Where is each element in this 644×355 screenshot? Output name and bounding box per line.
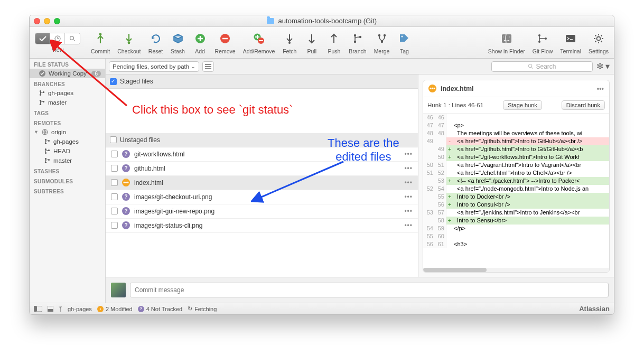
settings-gear-button[interactable]: ✻ ▾ bbox=[596, 61, 610, 71]
svg-point-37 bbox=[45, 162, 46, 163]
addremove-button[interactable]: Add/Remove bbox=[243, 31, 275, 54]
untracked-status-icon: ? bbox=[122, 207, 130, 215]
file-status-view-button[interactable] bbox=[35, 33, 50, 44]
terminal-button[interactable]: Terminal bbox=[560, 31, 581, 54]
file-menu-button[interactable]: ••• bbox=[404, 151, 413, 158]
toolbar-label: Add/Remove bbox=[243, 48, 275, 54]
statusbar: ᛉ gh-pages • 2 Modified ? 4 Not Tracked … bbox=[30, 303, 614, 314]
fetch-button[interactable]: Fetch bbox=[282, 31, 297, 54]
commit-button[interactable]: Commit bbox=[91, 31, 110, 54]
file-row[interactable]: ? images/git-checkout-uri.png ••• bbox=[106, 190, 418, 204]
file-checkbox[interactable] bbox=[111, 208, 118, 214]
merge-button[interactable]: Merge bbox=[374, 31, 390, 54]
file-menu-button[interactable]: ••• bbox=[404, 222, 413, 229]
file-row[interactable]: ? images/git-status-cli.png ••• bbox=[106, 219, 418, 233]
stage-hunk-button[interactable]: Stage hunk bbox=[503, 100, 542, 110]
list-mode-button[interactable] bbox=[202, 61, 214, 72]
file-checkbox[interactable] bbox=[111, 179, 118, 186]
file-checkbox[interactable] bbox=[111, 165, 118, 172]
file-name: index.html bbox=[134, 179, 163, 186]
search-view-button[interactable] bbox=[65, 33, 80, 44]
pull-button[interactable]: Pull bbox=[304, 31, 319, 54]
settings-button[interactable]: Settings bbox=[589, 31, 609, 54]
stash-icon bbox=[171, 31, 185, 46]
svg-point-26 bbox=[40, 100, 41, 101]
svg-point-17 bbox=[538, 34, 540, 36]
reset-icon bbox=[148, 31, 163, 46]
file-menu-button[interactable]: ••• bbox=[404, 165, 413, 172]
file-row[interactable]: ••• index.html ••• bbox=[106, 176, 418, 190]
svg-rect-41 bbox=[34, 306, 37, 312]
tag-button[interactable]: Tag bbox=[397, 31, 412, 54]
history-view-button[interactable] bbox=[50, 33, 65, 44]
diff-line[interactable]: 5254 <a href="./node-mongodb.html">Intro… bbox=[423, 185, 609, 193]
svg-rect-16 bbox=[502, 34, 511, 43]
modified-status-icon: ••• bbox=[428, 85, 436, 92]
search-input[interactable]: Search bbox=[491, 61, 593, 72]
toolbar-label: Tag bbox=[400, 48, 409, 54]
sidebar-item-remote-origin[interactable]: ▼ origin bbox=[30, 127, 105, 137]
sidebar-remote-branch-HEAD[interactable]: HEAD bbox=[30, 146, 105, 156]
remove-button[interactable]: Remove bbox=[215, 31, 236, 54]
unstaged-checkbox[interactable] bbox=[110, 136, 117, 143]
file-row[interactable]: ? images/git-gui-new-repo.png ••• bbox=[106, 204, 418, 219]
file-checkbox[interactable] bbox=[111, 222, 118, 229]
sidebar-branch-master[interactable]: master bbox=[30, 98, 105, 107]
file-menu-button[interactable]: ••• bbox=[404, 208, 413, 215]
merge-icon bbox=[375, 31, 389, 46]
diff-line[interactable]: 4848 The meetings will be overviews of t… bbox=[423, 129, 609, 137]
sidebar-branch-gh-pages[interactable]: gh-pages bbox=[30, 88, 105, 98]
sidebar-item-label: Working Copy bbox=[49, 70, 87, 77]
sort-dropdown[interactable]: Pending files, sorted by path ⌄ bbox=[109, 61, 199, 72]
horizontal-scrollbar[interactable] bbox=[423, 268, 609, 272]
diff-line[interactable]: 49 + <a href="./github.html">Intro to Gi… bbox=[423, 145, 609, 153]
diff-line[interactable]: 5560 bbox=[423, 232, 609, 240]
diff-line[interactable]: 56 + Intro to Consul<br /> bbox=[423, 201, 609, 209]
view-mode-segment[interactable] bbox=[35, 33, 80, 44]
gitflow-button[interactable]: Git Flow bbox=[533, 31, 553, 54]
diff-line[interactable]: 55 + Intro to Docker<br /> bbox=[423, 193, 609, 201]
diff-line[interactable]: 58 + Intro to Sensu</br> bbox=[423, 217, 609, 225]
diff-line[interactable]: 4646 bbox=[423, 114, 609, 122]
reset-button[interactable]: Reset bbox=[148, 31, 163, 54]
sidebar-item-label: master bbox=[48, 99, 67, 106]
diff-line[interactable]: 5661 <h3> bbox=[423, 240, 609, 248]
discard-hunk-button[interactable]: Discard hunk bbox=[562, 100, 605, 110]
push-button[interactable]: Push bbox=[326, 31, 341, 54]
diff-line[interactable]: 5357 <a href="./jenkins.html">Intro to J… bbox=[423, 209, 609, 217]
diff-line[interactable]: 5459 </p> bbox=[423, 225, 609, 232]
branch-icon bbox=[350, 31, 365, 46]
panel-toggle-icon[interactable] bbox=[48, 306, 53, 312]
diff-file-menu-button[interactable]: ••• bbox=[597, 85, 604, 92]
globe-icon bbox=[42, 129, 48, 135]
file-checkbox[interactable] bbox=[111, 151, 118, 157]
file-checkbox[interactable] bbox=[111, 193, 118, 200]
branch-button[interactable]: Branch bbox=[349, 31, 366, 54]
commit-area bbox=[106, 277, 614, 303]
toolbar-label: Stash bbox=[171, 48, 185, 54]
diff-code-view[interactable]: 4646 4747 <p> 4848 The meetings will be … bbox=[423, 114, 609, 268]
svg-point-30 bbox=[45, 139, 46, 141]
sidebar-item-working-copy[interactable]: Working Copy 6 bbox=[30, 69, 105, 78]
sidebar-toggle-icon[interactable] bbox=[34, 306, 42, 312]
diff-line[interactable]: 49 - <a href="./github.html">Intro to Gi… bbox=[423, 137, 609, 145]
diff-line[interactable]: 53 + <!-- <a href="./packer.html"> -->In… bbox=[423, 177, 609, 185]
diff-line[interactable]: 4747 <p> bbox=[423, 122, 609, 129]
checkout-button[interactable]: Checkout bbox=[117, 31, 141, 54]
sidebar-remote-branch-gh-pages[interactable]: gh-pages bbox=[30, 137, 105, 146]
commit-message-input[interactable] bbox=[130, 283, 609, 297]
file-menu-button[interactable]: ••• bbox=[404, 193, 413, 201]
stash-button[interactable]: Stash bbox=[171, 31, 185, 54]
sidebar-remote-branch-master[interactable]: master bbox=[30, 156, 105, 165]
file-name: git-workflows.html bbox=[134, 151, 184, 158]
diff-line[interactable]: 5152 <a href="./chef.html">Intro to Chef… bbox=[423, 169, 609, 177]
branch-icon bbox=[44, 148, 50, 154]
current-branch-label[interactable]: gh-pages bbox=[68, 306, 92, 312]
finder-button[interactable]: Show in Finder bbox=[488, 31, 525, 54]
diff-line[interactable]: 50 + <a href="./git-workflows.html">Intr… bbox=[423, 153, 609, 161]
add-button[interactable]: Add bbox=[193, 31, 208, 54]
staged-checkbox[interactable] bbox=[110, 78, 117, 85]
svg-point-32 bbox=[48, 140, 50, 142]
diff-line[interactable]: 5051 <a href="./vagrant.html">Intro to V… bbox=[423, 161, 609, 169]
file-menu-button[interactable]: ••• bbox=[404, 179, 413, 186]
